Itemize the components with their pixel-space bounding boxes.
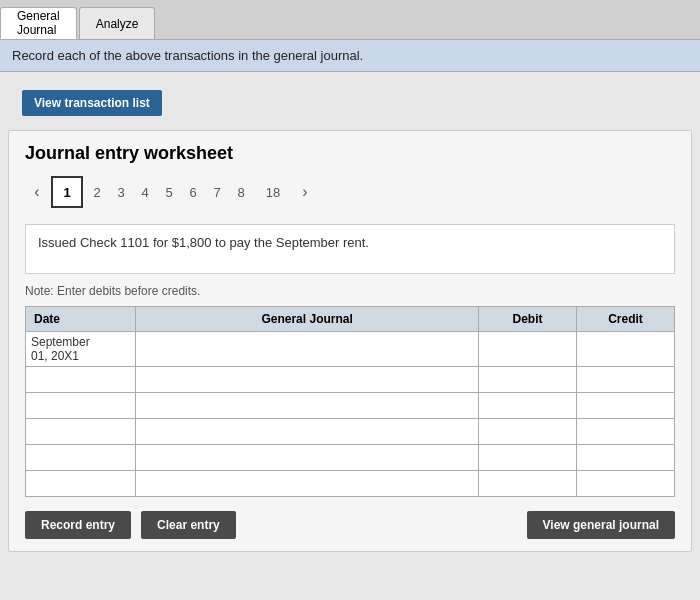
date-cell-1: September01, 20X1 [26, 332, 136, 367]
page-spacer-8: 8 [229, 176, 253, 208]
button-row: Record entry Clear entry View general jo… [25, 511, 675, 539]
credit-cell-1[interactable] [577, 332, 675, 367]
table-row [26, 419, 675, 445]
debit-cell-2[interactable] [479, 367, 577, 393]
date-cell-5 [26, 445, 136, 471]
tab-general-journal[interactable]: General Journal [0, 7, 77, 39]
view-general-journal-button[interactable]: View general journal [527, 511, 675, 539]
debit-cell-3[interactable] [479, 393, 577, 419]
col-header-credit: Credit [577, 307, 675, 332]
credit-cell-3[interactable] [577, 393, 675, 419]
table-row: September01, 20X1 [26, 332, 675, 367]
record-entry-button[interactable]: Record entry [25, 511, 131, 539]
credit-cell-2[interactable] [577, 367, 675, 393]
credit-input-5[interactable] [581, 451, 670, 465]
desc-cell-2[interactable] [136, 367, 479, 393]
debit-input-1[interactable] [483, 342, 572, 356]
debit-input-6[interactable] [483, 477, 572, 491]
next-page-arrow[interactable]: › [293, 176, 317, 208]
debit-cell-1[interactable] [479, 332, 577, 367]
transaction-description: Issued Check 1101 for $1,800 to pay the … [25, 224, 675, 274]
page-navigation: ‹ 1 2 3 4 5 6 7 8 18 › [25, 176, 675, 208]
main-content: Journal entry worksheet ‹ 1 2 3 4 5 6 7 … [8, 130, 692, 552]
credit-input-1[interactable] [581, 342, 670, 356]
desc-cell-5[interactable] [136, 445, 479, 471]
debit-input-3[interactable] [483, 399, 572, 413]
debit-input-5[interactable] [483, 451, 572, 465]
prev-page-arrow[interactable]: ‹ [25, 176, 49, 208]
page-btn-1[interactable]: 1 [51, 176, 83, 208]
credit-input-4[interactable] [581, 425, 670, 439]
table-row [26, 367, 675, 393]
debit-cell-6[interactable] [479, 471, 577, 497]
credit-input-3[interactable] [581, 399, 670, 413]
credit-input-2[interactable] [581, 373, 670, 387]
desc-input-2[interactable] [140, 373, 474, 387]
tab-bar: General Journal Analyze [0, 0, 700, 40]
page-spacer-4: 4 [133, 176, 157, 208]
date-cell-4 [26, 419, 136, 445]
journal-table: Date General Journal Debit Credit Septem… [25, 306, 675, 497]
table-row [26, 445, 675, 471]
credit-cell-6[interactable] [577, 471, 675, 497]
desc-input-3[interactable] [140, 399, 474, 413]
debit-cell-5[interactable] [479, 445, 577, 471]
desc-input-4[interactable] [140, 425, 474, 439]
page-spacer-18: 18 [253, 176, 293, 208]
credit-input-6[interactable] [581, 477, 670, 491]
date-cell-2 [26, 367, 136, 393]
desc-input-1[interactable] [140, 342, 474, 356]
page-spacer-3: 3 [109, 176, 133, 208]
col-header-date: Date [26, 307, 136, 332]
debit-cell-4[interactable] [479, 419, 577, 445]
view-transaction-button[interactable]: View transaction list [22, 90, 162, 116]
desc-cell-4[interactable] [136, 419, 479, 445]
instruction-bar: Record each of the above transactions in… [0, 40, 700, 72]
desc-input-6[interactable] [140, 477, 474, 491]
debit-input-4[interactable] [483, 425, 572, 439]
col-header-general-journal: General Journal [136, 307, 479, 332]
col-header-debit: Debit [479, 307, 577, 332]
page-spacer-2: 2 [85, 176, 109, 208]
desc-cell-3[interactable] [136, 393, 479, 419]
credit-cell-4[interactable] [577, 419, 675, 445]
table-row [26, 393, 675, 419]
page-spacer-7: 7 [205, 176, 229, 208]
date-cell-6 [26, 471, 136, 497]
date-cell-3 [26, 393, 136, 419]
table-row [26, 471, 675, 497]
desc-cell-6[interactable] [136, 471, 479, 497]
clear-entry-button[interactable]: Clear entry [141, 511, 236, 539]
worksheet-title: Journal entry worksheet [25, 143, 675, 164]
note-text: Note: Enter debits before credits. [25, 284, 675, 298]
desc-cell-1[interactable] [136, 332, 479, 367]
instruction-text: Record each of the above transactions in… [12, 48, 363, 63]
tab-analyze[interactable]: Analyze [79, 7, 156, 39]
page-spacer-6: 6 [181, 176, 205, 208]
debit-input-2[interactable] [483, 373, 572, 387]
desc-input-5[interactable] [140, 451, 474, 465]
credit-cell-5[interactable] [577, 445, 675, 471]
page-spacer-5: 5 [157, 176, 181, 208]
